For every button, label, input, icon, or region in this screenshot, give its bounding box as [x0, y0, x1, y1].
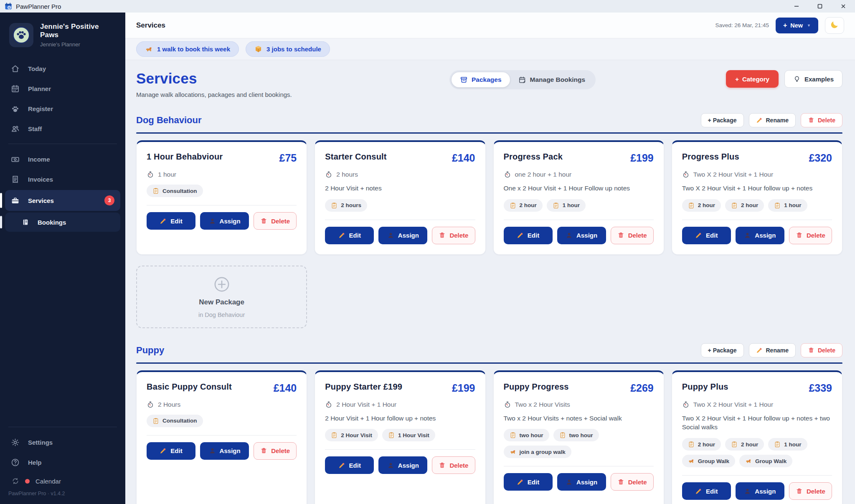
sidebar-nav: Today Planner Register Staff Income Invo… [0, 58, 125, 233]
add-package-button[interactable]: + Package [701, 113, 744, 127]
sidebar-item-services[interactable]: Services 3 [5, 190, 120, 211]
package-card: 1 Hour Behabviour £75 1 hour Consultatio… [136, 140, 307, 255]
assign-package-button[interactable]: Assign [557, 227, 606, 244]
maximize-button[interactable] [808, 0, 832, 13]
tag-label: two hour [520, 432, 543, 438]
new-button[interactable]: + New ▼ [776, 18, 818, 33]
sidebar-item-help[interactable]: Help [5, 453, 120, 471]
clipboard-icon [688, 202, 695, 209]
delete-package-button[interactable]: Delete [611, 227, 654, 244]
new-package-card[interactable]: New Package in Dog Behaviour [136, 266, 307, 328]
card-divider [682, 220, 832, 220]
assign-package-button[interactable]: Assign [200, 442, 249, 460]
sidebar-item-register[interactable]: Register [5, 99, 120, 118]
add-package-button[interactable]: + Package [701, 343, 744, 357]
close-button[interactable] [832, 0, 855, 13]
assign-package-button[interactable]: Assign [378, 456, 427, 474]
tab-manage-bookings[interactable]: Manage Bookings [510, 72, 594, 87]
package-description: Two X 2 Hour Visit + 1 Hour follow up + … [682, 414, 832, 432]
package-description: One x 2 Hour Visit + 1 Hour Follow up no… [504, 184, 654, 193]
delete-package-button[interactable]: Delete [611, 473, 654, 491]
assign-package-button[interactable]: Assign [378, 227, 427, 244]
sidebar-item-planner[interactable]: Planner [5, 79, 120, 98]
tag-label: 2 hour [698, 202, 715, 208]
delete-package-button[interactable]: Delete [254, 442, 297, 460]
add-category-button[interactable]: + Category [726, 70, 779, 88]
delete-package-button[interactable]: Delete [789, 227, 832, 244]
sidebar-item-calendar[interactable]: Calendar [0, 472, 125, 488]
package-tag: 2 hours [325, 199, 367, 212]
package-price: £140 [274, 382, 297, 394]
sidebar-item-label: Income [28, 156, 50, 163]
sidebar-item-invoices[interactable]: Invoices [5, 170, 120, 188]
tag-label: Group Walk [698, 458, 729, 464]
assign-package-button[interactable]: Assign [736, 482, 784, 500]
rename-category-button[interactable]: Rename [749, 343, 796, 357]
sidebar-item-bookings[interactable]: Bookings [5, 213, 120, 232]
stopwatch-icon [147, 171, 154, 178]
edit-package-button[interactable]: Edit [682, 482, 731, 500]
stopwatch-icon [504, 401, 511, 408]
sidebar-item-label: Register [28, 105, 53, 112]
package-title: Basic Puppy Consult [147, 382, 236, 392]
tag-label: two hour [569, 432, 593, 438]
examples-button[interactable]: Examples [784, 70, 842, 88]
content: Services Manage walk allocations, packag… [125, 60, 855, 504]
clipboard-icon [152, 187, 159, 194]
sync-icon [12, 477, 19, 485]
sidebar-item-label: Services [28, 197, 54, 204]
org-avatar [9, 23, 33, 47]
rename-category-button[interactable]: Rename [749, 113, 796, 127]
sidebar-item-label: Settings [28, 439, 53, 446]
assign-package-button[interactable]: Assign [200, 212, 249, 230]
delete-package-button[interactable]: Delete [432, 227, 475, 244]
package-duration: Two x 2 Hour Visits [515, 401, 570, 408]
trash-icon [796, 232, 803, 239]
invoices-icon [11, 175, 20, 184]
package-price: £75 [279, 152, 297, 164]
person-icon [744, 488, 751, 495]
minimize-button[interactable] [785, 0, 808, 13]
assign-package-button[interactable]: Assign [557, 473, 606, 491]
delete-category-button[interactable]: Delete [801, 113, 842, 127]
sidebar-item-income[interactable]: Income [5, 150, 120, 168]
dog-icon [745, 458, 752, 464]
tag-label: join a group walk [520, 449, 566, 455]
page-subtitle: Manage walk allocations, packages and cl… [136, 91, 449, 98]
package-price: £320 [809, 152, 832, 164]
assign-package-button[interactable]: Assign [736, 227, 784, 244]
services-icon [11, 196, 20, 205]
edit-package-button[interactable]: Edit [147, 442, 195, 460]
tag-label: 2 hour [698, 441, 715, 448]
dog-icon [145, 45, 153, 53]
edit-package-button[interactable]: Edit [504, 227, 553, 244]
pencil-icon [695, 488, 702, 495]
tag-label: Group Walk [755, 458, 786, 464]
tab-packages[interactable]: Packages [452, 72, 510, 87]
sidebar-item-staff[interactable]: Staff [5, 119, 120, 138]
section-underline [136, 362, 842, 364]
delete-package-button[interactable]: Delete [254, 212, 297, 230]
edit-package-button[interactable]: Edit [325, 227, 374, 244]
tab-label: Manage Bookings [530, 76, 586, 84]
calendar-label: Calendar [36, 478, 61, 485]
sidebar-item-settings[interactable]: Settings [5, 433, 120, 451]
theme-toggle-button[interactable] [825, 17, 844, 34]
card-divider [325, 220, 475, 220]
edit-package-button[interactable]: Edit [504, 473, 553, 491]
moon-icon [830, 20, 839, 30]
package-tag: Group Walk [739, 455, 792, 467]
pencil-icon [517, 479, 524, 486]
alert-chip[interactable]: 1 walk to book this week [136, 41, 239, 57]
org-header: Jennie's Positive Paws Jennie's Planner [0, 13, 125, 58]
clipboard-icon [510, 432, 516, 438]
alert-chip[interactable]: 3 jobs to schedule [246, 41, 330, 57]
trash-icon [796, 488, 803, 495]
edit-package-button[interactable]: Edit [325, 456, 374, 474]
edit-package-button[interactable]: Edit [147, 212, 195, 230]
delete-category-button[interactable]: Delete [801, 343, 842, 357]
delete-package-button[interactable]: Delete [789, 482, 832, 500]
edit-package-button[interactable]: Edit [682, 227, 731, 244]
sidebar-item-today[interactable]: Today [5, 59, 120, 78]
delete-package-button[interactable]: Delete [432, 456, 475, 474]
